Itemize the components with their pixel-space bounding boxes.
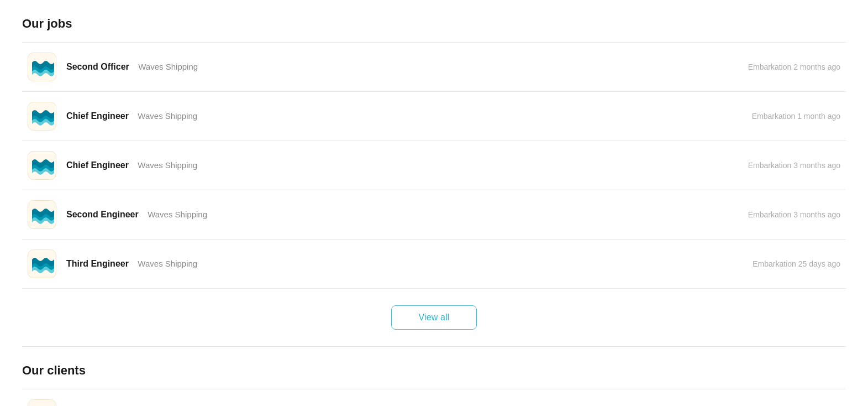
job-company: Waves Shipping <box>138 259 197 268</box>
svg-rect-5 <box>32 404 52 406</box>
job-company: Waves Shipping <box>138 111 197 121</box>
job-meta: Embarkation 3 months ago <box>748 161 840 170</box>
job-company: Waves Shipping <box>138 160 197 170</box>
job-title: Chief Engineer <box>66 160 129 170</box>
client-logo <box>28 399 56 406</box>
waves-logo-icon <box>30 153 54 178</box>
job-row[interactable]: Chief Engineer Waves Shipping Embarkatio… <box>22 141 846 190</box>
job-row[interactable]: Chief Engineer Waves Shipping Embarkatio… <box>22 92 846 141</box>
client-logo-icon <box>32 404 52 406</box>
section-divider <box>22 346 846 347</box>
job-row[interactable]: Third Engineer Waves Shipping Embarkatio… <box>22 240 846 289</box>
job-info: Second Engineer Waves Shipping <box>66 210 207 220</box>
jobs-list: Second Officer Waves Shipping Embarkatio… <box>22 42 846 289</box>
company-logo <box>28 200 56 229</box>
job-info: Third Engineer Waves Shipping <box>66 259 197 269</box>
job-left: Chief Engineer Waves Shipping <box>28 151 197 180</box>
job-meta: Embarkation 1 month ago <box>752 112 840 121</box>
job-info: Second Officer Waves Shipping <box>66 62 198 72</box>
job-title: Second Engineer <box>66 210 139 219</box>
view-all-container: View all <box>22 289 846 341</box>
waves-logo-icon <box>30 202 54 227</box>
job-left: Third Engineer Waves Shipping <box>28 249 197 278</box>
job-company: Waves Shipping <box>138 62 198 71</box>
company-logo <box>28 151 56 180</box>
job-info: Chief Engineer Waves Shipping <box>66 160 197 170</box>
job-row[interactable]: Second Engineer Waves Shipping Embarkati… <box>22 190 846 240</box>
waves-logo-icon <box>30 55 54 79</box>
job-title: Third Engineer <box>66 259 129 268</box>
job-info: Chief Engineer Waves Shipping <box>66 111 197 121</box>
job-meta: Embarkation 25 days ago <box>753 259 840 268</box>
company-logo <box>28 102 56 131</box>
job-left: Second Officer Waves Shipping <box>28 53 198 81</box>
job-title: Second Officer <box>66 62 129 71</box>
clients-title: Our clients <box>22 363 846 378</box>
clients-section: Our clients Shipping Solutions Ltd <box>22 363 846 406</box>
client-row[interactable]: Shipping Solutions Ltd <box>22 389 846 406</box>
jobs-section: Our jobs Second Officer Waves Shipping <box>22 17 846 341</box>
job-left: Second Engineer Waves Shipping <box>28 200 207 229</box>
job-left: Chief Engineer Waves Shipping <box>28 102 197 131</box>
company-logo <box>28 53 56 81</box>
job-title: Chief Engineer <box>66 111 129 121</box>
job-meta: Embarkation 2 months ago <box>748 63 840 71</box>
waves-logo-icon <box>30 104 54 128</box>
job-row[interactable]: Second Officer Waves Shipping Embarkatio… <box>22 42 846 92</box>
jobs-title: Our jobs <box>22 17 846 31</box>
waves-logo-icon <box>30 252 54 276</box>
job-company: Waves Shipping <box>148 210 207 219</box>
view-all-button[interactable]: View all <box>391 305 476 330</box>
job-meta: Embarkation 3 months ago <box>748 210 840 219</box>
company-logo <box>28 249 56 278</box>
